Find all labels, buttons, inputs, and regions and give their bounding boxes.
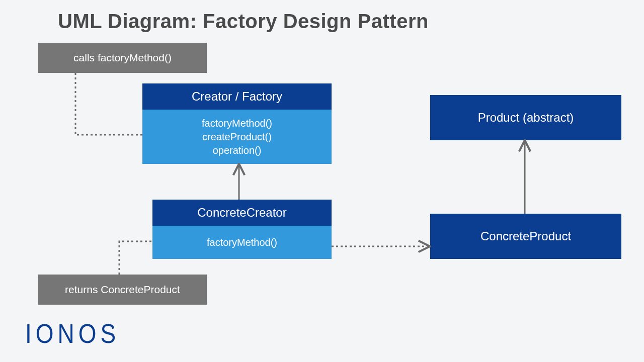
connector-returns-to-concretecreator	[119, 241, 152, 275]
class-creator-method: operation()	[213, 144, 262, 157]
class-concrete-creator-method: factoryMethod()	[207, 236, 277, 249]
diagram-title: UML Diagram: Factory Design Pattern	[58, 10, 429, 33]
class-creator-method: createProduct()	[202, 130, 272, 144]
note-returns-concrete-product: returns ConcreteProduct	[38, 275, 207, 305]
note-calls-factory-method: calls factoryMethod()	[38, 43, 207, 73]
connector-calls-to-creator	[75, 73, 142, 135]
class-concrete-product: ConcreteProduct	[430, 214, 621, 259]
class-concrete-creator-body: factoryMethod()	[152, 226, 332, 259]
brand-logo: IONOS	[25, 318, 120, 349]
class-creator-header: Creator / Factory	[142, 83, 332, 110]
class-creator-body: factoryMethod() createProduct() operatio…	[142, 110, 332, 164]
class-creator: Creator / Factory factoryMethod() create…	[142, 83, 332, 164]
class-creator-method: factoryMethod()	[202, 117, 272, 130]
class-product: Product (abstract)	[430, 95, 621, 140]
class-concrete-creator-header: ConcreteCreator	[152, 200, 332, 226]
class-product-header: Product (abstract)	[430, 95, 621, 140]
class-concrete-product-header: ConcreteProduct	[430, 214, 621, 259]
class-concrete-creator: ConcreteCreator factoryMethod()	[152, 200, 332, 259]
